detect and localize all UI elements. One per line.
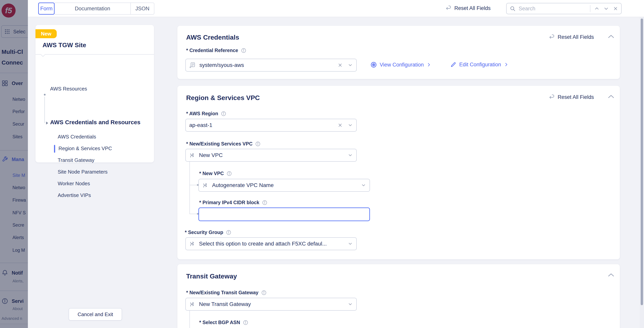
reset-all-fields-card2[interactable]: Reset All Fields	[549, 94, 594, 100]
info-icon[interactable]	[261, 290, 267, 295]
collapse-card2-icon[interactable]	[608, 94, 614, 99]
form-nav-item-advertise-vips[interactable]: Advertise VIPs	[58, 192, 91, 198]
search-icon	[510, 6, 516, 12]
new-badge: New	[36, 29, 57, 38]
form-nav-item-worker-nodes[interactable]: Worker Nodes	[58, 181, 90, 187]
search-prev-icon[interactable]	[594, 6, 599, 11]
new-vpc-value: Autogenerate VPC Name	[212, 182, 358, 188]
edit-configuration-link[interactable]: Edit Configuration	[450, 62, 508, 68]
sidebar-dim-overlay	[0, 0, 28, 328]
selected-indicator	[54, 145, 55, 153]
divider	[36, 54, 154, 55]
form-nav-item-aws-credentials-and-resources[interactable]: AWS Credentials and Resources	[50, 119, 140, 126]
aws-region-value: ap-east-1	[189, 122, 334, 128]
aws-region-label: * AWS Region	[186, 111, 226, 116]
chevron-down-icon[interactable]	[361, 183, 366, 188]
services-vpc-value: New VPC	[199, 152, 344, 158]
scrollbar-thumb[interactable]	[641, 19, 643, 305]
collapse-notch	[40, 52, 45, 57]
reset-icon	[549, 94, 555, 100]
search-box	[506, 3, 622, 14]
eye-icon	[370, 62, 377, 68]
security-group-select[interactable]: Select this option to create and attach …	[185, 237, 357, 250]
form-nav-item-transit-gateway[interactable]: Transit Gateway	[58, 157, 94, 163]
one-of-branch-icon	[189, 301, 196, 307]
card-aws-credentials: AWS Credentials Reset All Fields * Crede…	[177, 26, 620, 79]
tgw-label: * New/Existing Transit Gateway	[186, 290, 267, 295]
tree-arrow-icon	[45, 121, 49, 125]
chevron-down-icon[interactable]	[348, 123, 353, 128]
credential-reference-label: * Credential Reference	[186, 48, 246, 53]
search-close-icon[interactable]	[613, 6, 618, 11]
card-title: AWS Credentials	[186, 34, 239, 41]
search-input[interactable]	[518, 6, 587, 12]
chevron-right-icon	[426, 62, 431, 67]
new-vpc-select[interactable]: Autogenerate VPC Name	[198, 179, 370, 192]
one-of-branch-icon	[189, 241, 196, 247]
cidr-label: * Primary IPv4 CIDR block	[199, 200, 268, 205]
search-next-icon[interactable]	[604, 6, 609, 11]
form-nav-item-site-node-parameters[interactable]: Site Node Parameters	[58, 169, 108, 175]
reset-all-fields-card1[interactable]: Reset All Fields	[549, 34, 594, 40]
info-icon[interactable]	[221, 111, 226, 116]
clear-icon[interactable]	[338, 123, 343, 128]
form-page: New AWS TGW Site AWS Resources AWS Crede…	[28, 17, 644, 328]
tab-form[interactable]: Form	[38, 3, 54, 15]
security-group-value: Select this option to create and attach …	[199, 241, 344, 247]
tgw-value: New Transit Gateway	[199, 301, 344, 307]
tab-json[interactable]: JSON	[130, 3, 154, 14]
topbar: Form Documentation JSON Reset All Fields	[28, 0, 644, 17]
card-region-services-vpc: Region & Services VPC Reset All Fields *…	[177, 86, 620, 259]
credential-reference-select[interactable]: system/syous-aws	[185, 59, 357, 72]
reset-all-fields-top[interactable]: Reset All Fields	[446, 5, 490, 11]
tree-bullet	[44, 94, 46, 96]
tab-group: Documentation JSON	[54, 3, 154, 15]
reset-icon	[549, 34, 555, 40]
tree-line	[190, 162, 190, 214]
info-icon[interactable]	[243, 320, 248, 325]
card-title: Transit Gateway	[186, 272, 237, 280]
info-icon[interactable]	[255, 141, 260, 147]
form-nav-item-aws-resources[interactable]: AWS Resources	[50, 86, 87, 92]
one-of-branch-icon	[202, 182, 208, 188]
services-vpc-select[interactable]: New VPC	[185, 149, 357, 162]
reset-all-fields-label: Reset All Fields	[454, 5, 490, 11]
cidr-input[interactable]	[198, 207, 370, 221]
tree-line	[44, 97, 45, 123]
view-configuration-link[interactable]: View Configuration	[370, 62, 431, 68]
info-icon[interactable]	[262, 200, 268, 205]
tab-label: Form	[40, 6, 53, 12]
reset-icon	[446, 5, 452, 11]
tgw-select[interactable]: New Transit Gateway	[185, 298, 357, 311]
chevron-down-icon[interactable]	[348, 153, 353, 158]
form-nav-panel: New AWS TGW Site AWS Resources AWS Crede…	[36, 25, 154, 162]
collapse-card3-icon[interactable]	[608, 273, 614, 277]
collapse-card1-icon[interactable]	[608, 34, 614, 39]
aws-region-select[interactable]: ap-east-1	[185, 119, 357, 132]
card-transit-gateway: Transit Gateway * New/Existing Transit G…	[177, 264, 620, 328]
chevron-down-icon[interactable]	[348, 63, 353, 68]
clear-icon[interactable]	[338, 63, 343, 68]
credential-reference-value: system/syous-aws	[200, 62, 334, 68]
tab-label: Documentation	[75, 6, 110, 12]
object-reference-icon	[189, 62, 196, 69]
screen: f5 Selec Multi-Cl Connec	[0, 0, 644, 328]
pencil-icon	[450, 62, 456, 68]
bgp-asn-label: * Select BGP ASN	[199, 319, 248, 325]
chevron-right-icon	[504, 62, 508, 67]
security-group-label: * Security Group	[185, 229, 231, 235]
services-vpc-label: * New/Existing Services VPC	[186, 141, 260, 147]
chevron-down-icon[interactable]	[348, 241, 353, 246]
form-nav-item-aws-credentials[interactable]: AWS Credentials	[58, 134, 96, 140]
info-icon[interactable]	[241, 48, 246, 53]
tab-documentation[interactable]: Documentation	[54, 3, 130, 14]
form-nav-item-region-services-vpc[interactable]: Region & Services VPC	[58, 145, 112, 152]
card-title: Region & Services VPC	[186, 94, 260, 102]
tab-label: JSON	[135, 6, 149, 12]
cancel-and-exit-button[interactable]: Cancel and Exit	[68, 308, 122, 320]
tree-line	[190, 311, 190, 328]
info-icon[interactable]	[226, 230, 231, 235]
chevron-down-icon[interactable]	[348, 302, 353, 307]
one-of-branch-icon	[189, 152, 196, 158]
info-icon[interactable]	[226, 171, 232, 176]
